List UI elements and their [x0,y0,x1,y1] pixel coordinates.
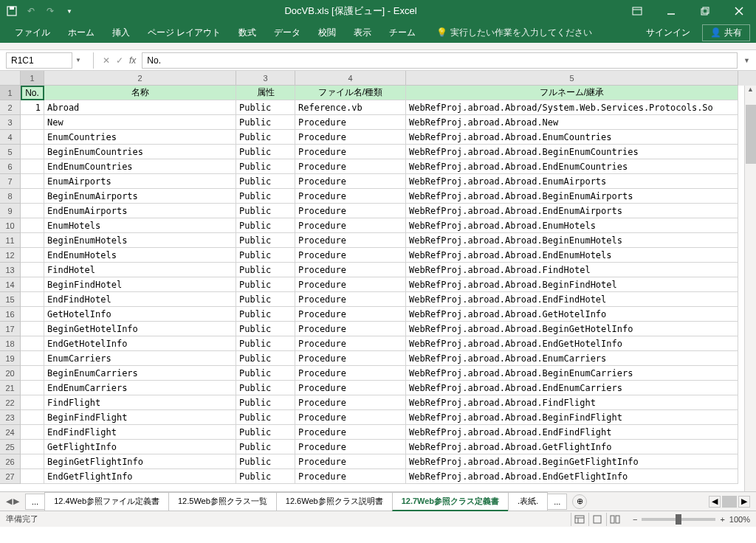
data-cell[interactable] [21,130,44,145]
row-header[interactable]: 10 [0,218,21,233]
data-cell[interactable]: Public [236,233,295,248]
share-button[interactable]: 👤 共有 [702,24,750,41]
data-cell[interactable] [21,189,44,204]
sheet-tab[interactable]: 12.4Web参照ファイル定義書 [44,492,169,511]
data-cell[interactable] [21,336,44,351]
data-cell[interactable]: Procedure [295,410,406,425]
row-header[interactable]: 22 [0,395,21,410]
data-cell[interactable]: BeginEnumCountries [44,145,236,159]
tab-file[interactable]: ファイル [6,22,59,43]
undo-icon[interactable]: ↶ [25,5,37,17]
row-header[interactable]: 16 [0,307,21,322]
data-cell[interactable]: Public [236,292,295,307]
sheet-tab[interactable]: .表紙. [508,492,548,511]
data-cell[interactable]: Public [236,277,295,292]
sheet-tab-more-left[interactable]: ... [25,494,45,510]
data-cell[interactable] [21,218,44,233]
data-cell[interactable] [21,381,44,395]
row-header[interactable]: 17 [0,322,21,336]
row-header[interactable]: 19 [0,351,21,366]
column-header[interactable]: 1 [21,71,44,86]
sheet-nav-next-icon[interactable]: ▶ [13,497,19,506]
sign-in-link[interactable]: サインイン [646,27,690,39]
data-cell[interactable]: Procedure [295,145,406,159]
data-cell[interactable]: Procedure [295,277,406,292]
sheet-tab-more-right[interactable]: ... [547,494,567,510]
data-cell[interactable]: WebRefProj.abroad.Abroad.EndEnumHotels [406,248,738,263]
view-page-layout-icon[interactable] [588,513,606,526]
row-header[interactable]: 8 [0,189,21,204]
data-cell[interactable] [21,174,44,189]
tab-formulas[interactable]: 数式 [230,22,265,43]
row-header[interactable]: 11 [0,233,21,248]
formula-expand-icon[interactable]: ▼ [743,57,756,64]
tab-insert[interactable]: 挿入 [103,22,139,43]
sheet-nav-prev-icon[interactable]: ◀ [6,497,12,506]
data-cell[interactable]: Public [236,263,295,277]
restore-button[interactable] [688,0,722,22]
data-cell[interactable]: Public [236,204,295,218]
column-header[interactable]: 5 [406,71,738,86]
row-header[interactable]: 4 [0,130,21,145]
data-cell[interactable]: WebRefProj.abroad.Abroad.EndGetFlightInf… [406,469,738,484]
data-cell[interactable]: EnumHotels [44,218,236,233]
data-cell[interactable]: Public [236,189,295,204]
cancel-formula-icon[interactable]: ✕ [103,55,110,66]
data-cell[interactable] [21,204,44,218]
data-cell[interactable] [21,233,44,248]
data-cell[interactable]: WebRefProj.abroad.Abroad.BeginEnumCarrie… [406,366,738,381]
zoom-level[interactable]: 100% [729,515,750,524]
data-cell[interactable]: Reference.vb [295,100,406,115]
view-page-break-icon[interactable] [606,513,624,526]
data-cell[interactable]: Public [236,115,295,130]
table-header-cell[interactable]: フルネーム/継承 [406,86,738,100]
data-cell[interactable]: WebRefProj.abroad.Abroad.EnumCarriers [406,351,738,366]
data-cell[interactable] [21,454,44,469]
data-cell[interactable]: Procedure [295,204,406,218]
data-cell[interactable] [21,248,44,263]
data-cell[interactable]: WebRefProj.abroad.Abroad.FindFlight [406,395,738,410]
close-button[interactable] [722,0,756,22]
data-cell[interactable] [21,351,44,366]
data-cell[interactable] [21,292,44,307]
data-cell[interactable]: BeginFindFlight [44,410,236,425]
fx-icon[interactable]: fx [129,55,136,66]
data-cell[interactable] [21,145,44,159]
sheet-tab[interactable]: 12.5Web参照クラス一覧 [168,492,277,511]
data-cell[interactable]: Procedure [295,307,406,322]
data-cell[interactable]: Public [236,351,295,366]
data-cell[interactable] [21,366,44,381]
row-header[interactable]: 9 [0,204,21,218]
data-cell[interactable]: Procedure [295,425,406,440]
hscroll-right-icon[interactable]: ▶ [738,496,750,508]
data-cell[interactable]: WebRefProj.abroad.Abroad.BeginFindHotel [406,277,738,292]
tab-home[interactable]: ホーム [59,22,103,43]
data-cell[interactable]: WebRefProj.abroad.Abroad.GetHotelInfo [406,307,738,322]
data-cell[interactable]: Public [236,307,295,322]
data-cell[interactable]: WebRefProj.abroad.Abroad.EnumHotels [406,218,738,233]
data-cell[interactable]: EnumAirports [44,174,236,189]
data-cell[interactable]: BeginFindHotel [44,277,236,292]
data-cell[interactable]: EndEnumCountries [44,159,236,174]
data-cell[interactable]: Procedure [295,248,406,263]
data-cell[interactable]: WebRefProj.abroad.Abroad.EndEnumCountrie… [406,159,738,174]
data-cell[interactable] [21,395,44,410]
data-cell[interactable]: WebRefProj.abroad.Abroad.BeginEnumHotels [406,233,738,248]
data-cell[interactable]: EndFindHotel [44,292,236,307]
row-header[interactable]: 26 [0,454,21,469]
data-cell[interactable]: Procedure [295,351,406,366]
data-cell[interactable]: Public [236,322,295,336]
data-cell[interactable]: Procedure [295,366,406,381]
data-cell[interactable]: FindHotel [44,263,236,277]
data-cell[interactable] [21,425,44,440]
tab-review[interactable]: 校閲 [309,22,345,43]
tab-view[interactable]: 表示 [345,22,380,43]
data-cell[interactable]: BeginGetFlightInfo [44,454,236,469]
data-cell[interactable]: WebRefProj.abroad.Abroad.GetFlightInfo [406,440,738,454]
hscroll-thumb[interactable] [722,496,737,508]
data-cell[interactable]: Public [236,159,295,174]
table-header-cell[interactable]: ファイル名/種類 [295,86,406,100]
data-cell[interactable]: Public [236,100,295,115]
sheet-tab[interactable]: 12.7Web参照クラス定義書 [392,492,509,511]
minimize-button[interactable] [654,0,688,22]
